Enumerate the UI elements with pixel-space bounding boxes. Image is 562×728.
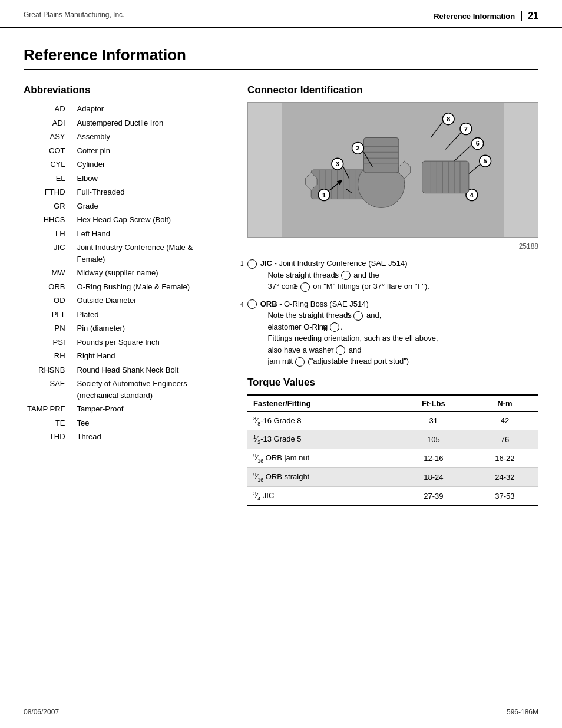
abbrev-row: TAMP PRF Tamper-Proof [24,402,224,416]
abbrev-desc: Pin (diameter) [74,321,224,335]
abbrev-desc: Assembly [74,130,224,144]
torque-fastener: 3⁄8-16 Grade 8 [247,411,396,430]
page-number: 21 [521,11,538,21]
torque-row: 9⁄16 ORB jam nut 12-16 16-22 [247,449,538,468]
page-title: Reference Information [24,46,538,70]
torque-nm: 16-22 [471,449,538,468]
torque-nm: 24-32 [471,468,538,487]
page-content: Reference Information Abbreviations AD A… [0,28,562,524]
abbrev-row: TE Tee [24,416,224,430]
torque-ftlbs: 12-16 [396,449,471,468]
abbrev-desc: Right Hand [74,349,224,363]
torque-nm: 42 [471,411,538,430]
abbrev-code: PSI [24,335,74,350]
abbrev-row: LH Left Hand [24,227,224,241]
two-column-layout: Abbreviations AD Adaptor ADI Austempered… [24,84,538,506]
abbrev-code: AD [24,102,74,116]
header-section-title: Reference Information [434,12,515,21]
torque-row: 1⁄2-13 Grade 5 105 76 [247,430,538,449]
abbrev-code: PN [24,321,74,335]
header-right: Reference Information 21 [434,11,538,21]
abbrev-desc: Hex Head Cap Screw (Bolt) [74,213,224,227]
torque-fastener: 9⁄16 ORB jam nut [247,449,396,468]
right-column: Connector Identification [247,84,538,506]
abbrev-row: PN Pin (diameter) [24,321,224,335]
circle-4: 4 [247,299,257,309]
torque-title: Torque Values [247,377,538,388]
abbrev-row: OD Outside Diameter [24,294,224,308]
torque-fastener: 9⁄16 ORB straight [247,468,396,487]
abbrev-desc: Adaptor [74,102,224,116]
torque-ftlbs: 105 [396,430,471,449]
connector-note-4: 4 ORB - O-Ring Boss (SAE J514) Note the … [247,298,538,367]
abbrev-code: HHCS [24,213,74,227]
svg-text:4: 4 [470,192,474,199]
torque-row: 3⁄8-16 Grade 8 31 42 [247,411,538,430]
abbrev-desc: Full-Threaded [74,185,224,199]
torque-fastener: 3⁄4 JIC [247,487,396,506]
abbrev-code: ADI [24,116,74,130]
abbrev-code: RH [24,349,74,363]
abbrev-desc: Plated [74,308,224,322]
company-name: Great Plains Manufacturing, Inc. [24,11,124,19]
abbrev-desc: Society of Automotive Engineers (mechani… [74,377,224,402]
abbrev-desc: Joint Industry Conference (Male & Female… [74,241,224,266]
abbrev-code: COT [24,144,74,158]
abbrev-desc: Thread [74,430,224,444]
torque-table: Fastener/Fitting Ft-Lbs N-m 3⁄8-16 Grade… [247,394,538,507]
torque-row: 3⁄4 JIC 27-39 37-53 [247,487,538,506]
circle-3-ref: 3 [300,282,310,292]
torque-col-fastener: Fastener/Fitting [247,395,396,412]
abbrev-row: PLT Plated [24,308,224,322]
svg-text:1: 1 [322,192,326,199]
abbrev-code: TAMP PRF [24,402,74,416]
svg-text:7: 7 [464,126,468,133]
torque-col-ftlbs: Ft-Lbs [396,395,471,412]
abbrev-row: HHCS Hex Head Cap Screw (Bolt) [24,213,224,227]
connector-note-1: 1 JIC - Joint Industry Conference (SAE J… [247,258,538,292]
abbrev-row: ADI Austempered Ductile Iron [24,116,224,130]
abbrev-code: LH [24,227,74,241]
torque-row: 9⁄16 ORB straight 18-24 24-32 [247,468,538,487]
svg-text:6: 6 [476,140,480,147]
torque-ftlbs: 18-24 [396,468,471,487]
left-column: Abbreviations AD Adaptor ADI Austempered… [24,84,224,506]
abbrev-desc: Tamper-Proof [74,402,224,416]
abbrev-desc: O-Ring Bushing (Male & Female) [74,280,224,294]
circle-7-ref: 7 [336,345,345,355]
svg-text:5: 5 [484,157,487,164]
abbrev-desc: Cylinder [74,157,224,172]
svg-text:3: 3 [336,160,339,167]
torque-col-nm: N-m [471,395,538,412]
abbrev-desc: Elbow [74,172,224,186]
torque-nm: 37-53 [471,487,538,506]
connector-notes: 1 JIC - Joint Industry Conference (SAE J… [247,258,538,367]
abbrev-code: MW [24,266,74,280]
torque-ftlbs: 27-39 [396,487,471,506]
abbrev-row: FTHD Full-Threaded [24,185,224,199]
torque-nm: 76 [471,430,538,449]
footer-date: 08/06/2007 [24,708,59,716]
abbrev-row: SAE Society of Automotive Engineers (mec… [24,377,224,402]
abbrev-row: JIC Joint Industry Conference (Male & Fe… [24,241,224,266]
connector-title: Connector Identification [247,84,538,96]
abbrev-row: RH Right Hand [24,349,224,363]
abbrev-desc: Pounds per Square Inch [74,335,224,350]
footer-part-number: 596-186M [507,708,538,716]
abbrev-desc: Austempered Ductile Iron [74,116,224,130]
torque-section: Torque Values Fastener/Fitting Ft-Lbs N-… [247,377,538,507]
abbrev-desc: Tee [74,416,224,430]
abbrev-code: EL [24,172,74,186]
page-header: Great Plains Manufacturing, Inc. Referen… [0,0,562,28]
abbrev-code: ORB [24,280,74,294]
abbrev-code: PLT [24,308,74,322]
abbrev-code: ASY [24,130,74,144]
abbrev-row: GR Grade [24,199,224,213]
abbrev-desc: Outside Diameter [74,294,224,308]
abbrev-row: ASY Assembly [24,130,224,144]
circle-8-ref: 8 [295,357,305,367]
abbrev-code: SAE [24,377,74,402]
abbrev-code: FTHD [24,185,74,199]
abbrev-row: AD Adaptor [24,102,224,116]
torque-fastener: 1⁄2-13 Grade 5 [247,430,396,449]
